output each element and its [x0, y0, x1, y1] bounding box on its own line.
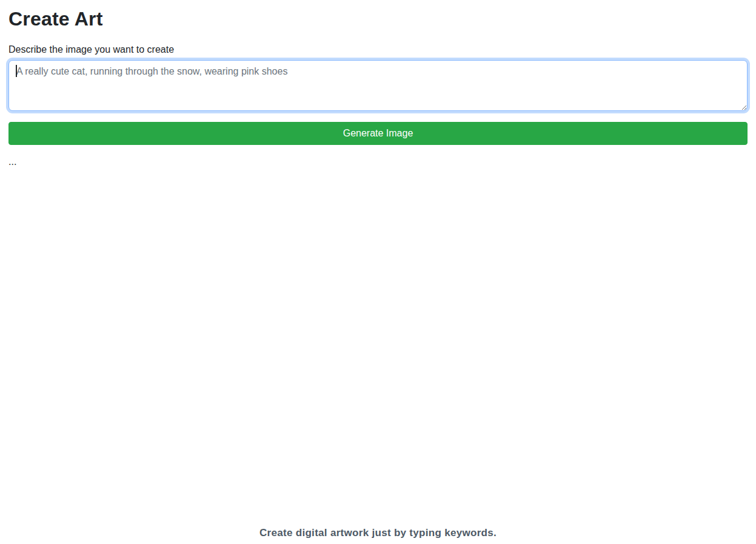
create-art-page: Create Art Describe the image you want t…	[0, 0, 756, 544]
prompt-textarea[interactable]	[8, 60, 748, 111]
footer-tagline: Create digital artwork just by typing ke…	[0, 527, 756, 539]
prompt-label: Describe the image you want to create	[8, 44, 748, 55]
prompt-textarea-wrapper	[8, 60, 748, 111]
main-content: Create Art Describe the image you want t…	[0, 0, 756, 169]
page-title: Create Art	[8, 7, 748, 30]
results-placeholder: ...	[8, 155, 748, 169]
generate-image-button[interactable]: Generate Image	[8, 122, 748, 145]
